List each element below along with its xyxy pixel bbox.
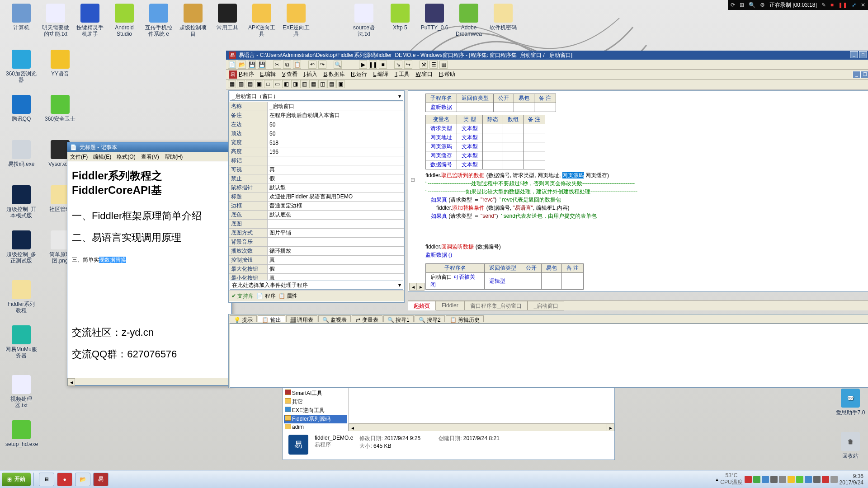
taskbar-item[interactable]: 📂 — [75, 473, 90, 486]
palette-icon[interactable]: ▦ — [228, 80, 236, 88]
property-row[interactable]: 底色默认底色 — [229, 211, 404, 220]
desktop-icon[interactable]: 腾讯QQ — [5, 95, 37, 122]
menu-format[interactable]: 格式(O) — [117, 153, 135, 160]
ide-toolbar[interactable]: 📄 📂 💾 💾 ✂ ⧉ 📋 ↶ ↷ 🔍 ▶ ❚❚ ■ ↘ ↪ ⚒ ☰ ▦ — [226, 60, 868, 70]
output-body[interactable] — [230, 324, 868, 388]
expand-icon[interactable]: ⤢ — [852, 2, 856, 8]
taskbar[interactable]: ⊞ 开始 🖥 ● 📂 易 ▴ 53°C CPU温度 9:36 2017/9/24 — [0, 470, 868, 488]
property-row[interactable]: 背景音乐 — [229, 238, 404, 247]
menu-item[interactable]: I.插入 — [303, 71, 319, 77]
menu-item[interactable]: V.查看 — [282, 71, 299, 77]
notepad-titlebar[interactable]: 📄 无标题 - 记事本 — [67, 142, 231, 152]
property-panel-tabs[interactable]: ✔ 支持库 📄 程序 📋 属性 — [229, 291, 404, 301]
close-icon[interactable]: ✕ — [861, 2, 865, 8]
out-tab[interactable]: 🔍 搜寻1 — [383, 315, 414, 322]
taskbar-item[interactable]: 🖥 — [39, 473, 54, 486]
property-row[interactable]: 边框普通固定边框 — [229, 202, 404, 211]
desktop-icon[interactable]: 明天需要做的功能.txt — [40, 4, 71, 37]
support-lib-tab[interactable]: ✔ 支持库 — [231, 292, 254, 300]
menu-item[interactable]: P.程序 — [239, 71, 255, 77]
tree-item[interactable]: EXE逆向工具 — [284, 406, 347, 415]
property-panel[interactable]: _启动窗口（窗口） ▾ 名称_启动窗口备注在程序启动后自动调入本窗口左边50顶边… — [228, 90, 405, 303]
tab-start[interactable]: 起始页 — [408, 301, 436, 310]
out-tab[interactable]: 📋 输出 — [258, 315, 285, 322]
property-table[interactable]: 名称_启动窗口备注在程序启动后自动调入本窗口左边50顶边50宽度518高度196… — [229, 102, 404, 280]
menu-help[interactable]: 帮助(H) — [165, 153, 183, 160]
desktop-icon[interactable]: 超级控制项目 — [177, 4, 209, 37]
start-button[interactable]: ⊞ 开始 — [2, 473, 31, 486]
tray-icons[interactable] — [745, 476, 838, 483]
palette-icon[interactable]: ◨ — [291, 80, 299, 88]
minimize-button[interactable]: _ — [850, 51, 858, 58]
program-tab[interactable]: 📄 程序 — [256, 292, 275, 300]
menu-item[interactable]: B.数据库 — [323, 71, 346, 77]
settings-icon[interactable]: ⚙ — [760, 2, 765, 8]
pause-run-icon[interactable]: ❚❚ — [369, 61, 377, 69]
window-icon[interactable]: ▦ — [439, 61, 448, 69]
compile-icon[interactable]: ⚒ — [420, 61, 428, 69]
code-line[interactable]: fiddler.添加替换条件 (数据编号, "易语言", 编辑框1.内容) — [425, 204, 868, 212]
run-icon[interactable]: ▶ — [359, 61, 367, 69]
palette-icon[interactable]: ◧ — [282, 80, 290, 88]
tree-item[interactable]: adim — [284, 423, 347, 431]
tray-icon[interactable] — [745, 476, 752, 483]
tray-up-icon[interactable]: ▴ — [716, 476, 718, 483]
tray-icon[interactable] — [788, 476, 795, 483]
menu-item[interactable]: H.帮助 — [439, 71, 455, 77]
menu-item[interactable]: E.编辑 — [260, 71, 278, 77]
property-row[interactable]: 可视真 — [229, 165, 404, 174]
tray-icon[interactable] — [813, 476, 821, 483]
property-row[interactable]: 标记 — [229, 156, 404, 165]
desktop-icon[interactable]: Android Studio — [108, 4, 140, 37]
code-hscroll[interactable]: ◂ ▸ — [409, 283, 425, 291]
menu-item[interactable]: W.窗口 — [415, 71, 434, 77]
ide-menubar[interactable]: 易 P.程序 E.编辑 V.查看 I.插入 B.数据库 R.运行 L.编译 T.… — [226, 70, 868, 80]
out-tab[interactable]: ▦ 调用表 — [286, 315, 317, 322]
property-row[interactable]: 底图方式图片平铺 — [229, 229, 404, 238]
cut-icon[interactable]: ✂ — [273, 61, 281, 69]
tray-icon[interactable] — [796, 476, 803, 483]
ide-titlebar[interactable]: 易 易语言 - C:\Users\Administrator\Desktop\F… — [226, 51, 868, 60]
palette-icon[interactable]: ▥ — [237, 80, 245, 88]
open-icon[interactable]: 📂 — [238, 61, 246, 69]
find-icon[interactable]: 🔍 — [334, 61, 342, 69]
palette-icon[interactable]: ▥ — [300, 80, 308, 88]
desktop-icon[interactable]: 视频处理器.txt — [5, 375, 37, 408]
out-tab[interactable]: 📋 剪辑历史 — [446, 315, 484, 322]
palette-icon[interactable]: ▣ — [255, 80, 263, 88]
mdi-restore-button[interactable]: ❐ — [861, 71, 868, 78]
desktop-icon[interactable]: 360加密浏览器 — [5, 50, 37, 83]
desktop-icon[interactable]: 按键精灵手机助手 — [74, 4, 106, 37]
system-tray[interactable]: ▴ 53°C CPU温度 9:36 2017/9/24 — [716, 472, 866, 486]
palette-icon[interactable]: □ — [264, 80, 272, 88]
stepin-icon[interactable]: ↪ — [404, 61, 412, 69]
property-row[interactable]: 底图 — [229, 220, 404, 229]
palette-icon[interactable]: ▦ — [309, 80, 317, 88]
notepad-hscroll[interactable]: ◂ — [67, 378, 231, 385]
tray-icon[interactable] — [830, 476, 838, 483]
tree-item[interactable]: 其它 — [284, 398, 347, 406]
tray-icon[interactable] — [779, 476, 786, 483]
property-row[interactable]: 禁止假 — [229, 174, 404, 183]
notepad-window[interactable]: 📄 无标题 - 记事本 文件(F) 编辑(E) 格式(O) 查看(V) 帮助(H… — [67, 142, 232, 386]
property-row[interactable]: 播放次数循环播放 — [229, 247, 404, 256]
editor-tabs[interactable]: 起始页 Fiddler 窗口程序集_启动窗口 _启动窗口 — [408, 300, 868, 310]
property-event-combo[interactable]: 在此处选择加入事件处理子程序 ▾ — [230, 281, 403, 290]
props-tab[interactable]: 📋 属性 — [278, 292, 297, 300]
desktop-icon[interactable]: 计算机 — [5, 4, 37, 31]
explorer-hscroll[interactable]: ◂ ▸ — [349, 423, 614, 431]
notepad-body[interactable]: Fiddler系列教程之FiddlerCoreAPI基 一、Fiddler框架原… — [67, 161, 231, 374]
copy-icon[interactable]: ⧉ — [283, 61, 291, 69]
tray-icon[interactable] — [805, 476, 812, 483]
recycle-bin[interactable]: 🗑 回收站 — [835, 432, 866, 459]
desktop-icon[interactable]: Xftp 5 — [384, 4, 416, 31]
desktop-icon[interactable]: 互传手机控件系统 e — [143, 4, 175, 37]
output-panel[interactable]: 💡 提示 📋 输出 ▦ 调用表 🔍 监视表 ⇄ 变量表 🔍 搜寻1 🔍 搜寻2 … — [228, 314, 868, 388]
taskbar-item[interactable]: ● — [57, 473, 72, 486]
ide-component-palette[interactable]: ▦ ▥ ▤ ▣ □ ▭ ◧ ◨ ▥ ▦ ◫ ▤ ▣ — [226, 80, 868, 89]
tray-icon[interactable] — [770, 476, 778, 483]
code-line[interactable]: 如果真 (请求类型 ＝ "send") ' send代表发送包，由用户提交的表单… — [425, 212, 868, 220]
sync-icon[interactable]: ⟳ — [731, 2, 735, 8]
code-comment[interactable]: ' ------------------------处理过程中不要超过5秒，否则… — [425, 179, 868, 188]
tab-window[interactable]: _启动窗口 — [528, 301, 564, 310]
